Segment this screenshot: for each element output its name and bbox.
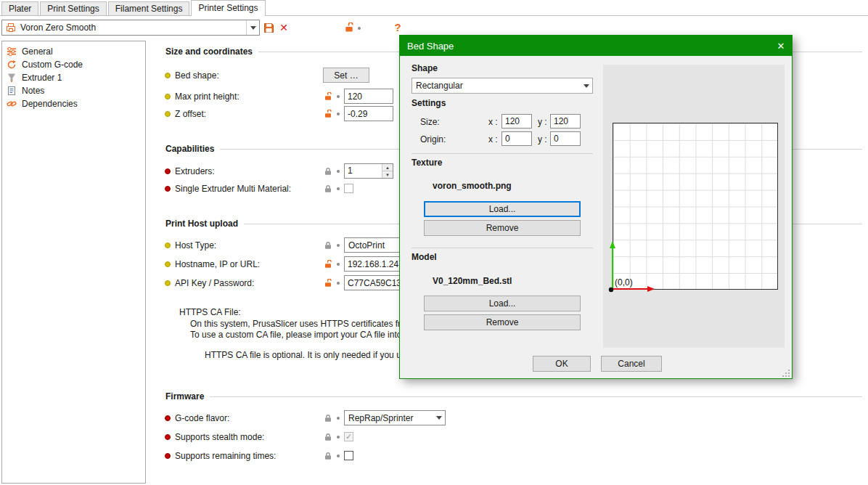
extruders-value: 1 <box>345 164 382 178</box>
sidebar-item-notes[interactable]: Notes <box>2 84 145 97</box>
revert-dot-icon <box>337 417 340 420</box>
model-separator <box>412 248 593 248</box>
spinner-buttons[interactable]: ▲ ▼ <box>382 164 393 178</box>
tab-print-settings[interactable]: Print Settings <box>40 1 106 15</box>
max-print-height-lock[interactable] <box>324 89 340 104</box>
system-bullet-icon <box>165 168 171 174</box>
printer-preset-combo[interactable]: Voron Zero Smooth <box>1 20 260 36</box>
sidebar-item-dependencies[interactable]: Dependencies <box>2 97 145 110</box>
dependencies-icon <box>7 99 17 109</box>
semm-label: Single Extruder Multi Material: <box>175 184 291 194</box>
max-print-height-label: Max print height: <box>175 91 239 102</box>
cancel-button[interactable]: Cancel <box>601 356 662 372</box>
modified-bullet-icon <box>165 280 171 286</box>
shape-group-title: Shape <box>412 63 438 73</box>
lock-icon <box>324 241 332 250</box>
sidebar-item-label: Extruder 1 <box>22 73 62 83</box>
save-preset-icon[interactable] <box>263 22 274 33</box>
semm-checkbox[interactable] <box>344 184 353 193</box>
extruders-label: Extruders: <box>175 166 215 176</box>
size-y-input[interactable] <box>550 114 581 129</box>
z-offset-lock[interactable] <box>324 107 340 121</box>
revert-dot-icon <box>337 436 340 439</box>
shape-value: Rectangular <box>412 81 580 91</box>
texture-load-button[interactable]: Load... <box>424 201 581 217</box>
hostname-lock[interactable] <box>324 257 340 272</box>
sidebar-item-label: Custom G-code <box>22 60 83 70</box>
system-bullet-icon <box>165 415 171 421</box>
tab-filament-settings[interactable]: Filament Settings <box>108 1 190 15</box>
spin-up-icon[interactable]: ▲ <box>382 164 393 171</box>
stealth-lock[interactable] <box>324 430 340 444</box>
remaining-times-checkbox[interactable] <box>344 451 353 460</box>
remaining-times-lock[interactable] <box>324 449 340 463</box>
revert-dot-icon <box>337 282 340 285</box>
modified-bullet-icon <box>165 261 171 267</box>
size-y-label: y : <box>538 117 547 127</box>
tab-printer-settings[interactable]: Printer Settings <box>191 0 265 16</box>
texture-remove-button[interactable]: Remove <box>424 220 581 236</box>
stealth-label: Supports stealth mode: <box>175 432 264 442</box>
help-question-icon[interactable]: ? <box>392 20 404 33</box>
unlock-icon[interactable] <box>344 22 354 33</box>
max-print-height-input[interactable] <box>344 89 393 104</box>
bed-shape-set-button[interactable]: Set … <box>323 68 369 83</box>
sidebar-item-label: Notes <box>22 86 44 96</box>
z-offset-label: Z offset: <box>175 109 206 119</box>
close-icon[interactable]: ✕ <box>771 37 790 54</box>
prusaslicer-window: Plater Print Settings Filament Settings … <box>0 0 868 485</box>
revert-dot-icon <box>337 113 340 115</box>
hostname-row-label: Hostname, IP or URL: <box>165 257 260 272</box>
api-key-label: API Key / Password: <box>175 278 254 288</box>
unlock-icon <box>324 92 332 101</box>
semm-lock[interactable] <box>324 182 340 196</box>
sidebar-item-extruder-1[interactable]: Extruder 1 <box>2 71 145 84</box>
model-remove-button[interactable]: Remove <box>424 314 581 330</box>
gcode-flavor-lock[interactable] <box>324 411 340 425</box>
resize-grip[interactable] <box>782 369 790 377</box>
ok-button[interactable]: OK <box>533 356 591 372</box>
origin-x-label: x : <box>488 134 498 144</box>
general-icon <box>7 46 17 57</box>
gcode-flavor-label: G-code flavor: <box>175 413 229 423</box>
shape-combo[interactable]: Rectangular <box>412 78 593 94</box>
section-title: Size and coordinates <box>165 46 253 57</box>
dialog-titlebar[interactable]: Bed Shape <box>400 36 792 56</box>
settings-category-list: General Custom G-code Extruder 1 <box>1 41 146 484</box>
revert-dot-icon <box>337 170 340 173</box>
sidebar-item-custom-gcode[interactable]: Custom G-code <box>2 58 145 71</box>
z-offset-input[interactable] <box>344 106 393 121</box>
bed-preview-canvas[interactable]: (0,0) <box>603 65 785 348</box>
unlock-icon <box>324 279 332 288</box>
remaining-times-row-label: Supports remaining times: <box>165 449 276 463</box>
delete-preset-icon[interactable]: ✕ <box>278 21 290 34</box>
stealth-row-label: Supports stealth mode: <box>165 430 264 444</box>
lock-icon <box>324 184 332 193</box>
revert-dot-icon <box>337 263 340 266</box>
size-x-input[interactable] <box>501 114 532 129</box>
lock-icon <box>324 433 332 441</box>
origin-y-input[interactable] <box>550 131 581 146</box>
extruders-lock[interactable] <box>324 164 340 179</box>
section-firmware: Firmware <box>165 391 862 402</box>
custom-gcode-icon <box>7 60 17 70</box>
spin-down-icon[interactable]: ▼ <box>382 171 393 178</box>
origin-x-input[interactable] <box>501 131 532 146</box>
api-key-lock[interactable] <box>324 276 340 290</box>
sidebar-item-label: General <box>22 46 53 57</box>
host-type-lock[interactable] <box>324 238 340 253</box>
system-bullet-icon <box>165 186 171 192</box>
revert-dot-icon <box>337 95 340 98</box>
gcode-flavor-combo[interactable]: RepRap/Sprinter <box>344 410 446 425</box>
extruders-spinner[interactable]: 1 ▲ ▼ <box>344 163 393 179</box>
section-title: Print Host upload <box>165 219 238 229</box>
sidebar-item-label: Dependencies <box>22 99 78 109</box>
stealth-checkbox[interactable]: ✓ <box>344 432 353 441</box>
revert-dot-icon <box>358 27 361 30</box>
model-load-button[interactable]: Load... <box>424 296 581 311</box>
tab-plater[interactable]: Plater <box>1 1 38 15</box>
sidebar-item-general[interactable]: General <box>2 45 145 58</box>
size-x-label: x : <box>488 117 498 127</box>
unlock-icon <box>324 110 332 118</box>
host-type-label: Host Type: <box>175 240 216 250</box>
